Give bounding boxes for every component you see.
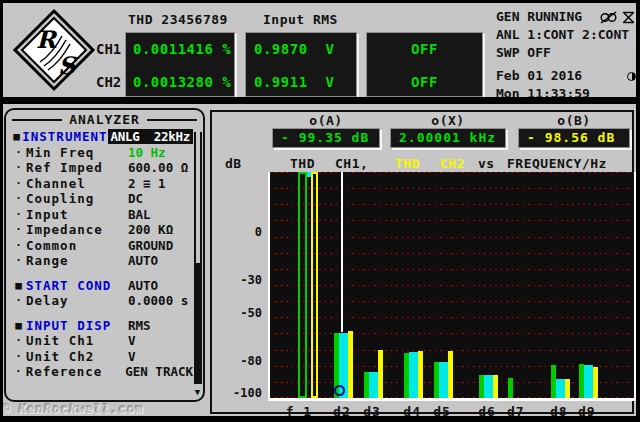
row-bullet: · — [11, 161, 26, 174]
analyzer-row-range[interactable]: ·RangeAUTO — [11, 253, 193, 269]
analyzer-row-delay[interactable]: ·Delay0.0000 s — [11, 293, 193, 309]
row-value[interactable]: 600.00 Ω — [128, 160, 188, 175]
row-value[interactable]: 0.0000 s — [128, 293, 188, 308]
analyzer-row-reference[interactable]: ·ReferenceGEN TRACK — [11, 364, 193, 380]
gridline — [270, 269, 634, 270]
bar-ch2 — [593, 367, 598, 399]
y-tick-label: -100 — [216, 386, 262, 400]
bar-ch2 — [493, 375, 498, 398]
row-label: Delay — [26, 293, 128, 308]
rohde-schwarz-logo: R S — [12, 8, 96, 92]
row-value[interactable]: AUTO — [128, 253, 158, 268]
rms-ch1-value: 0.9870 V — [254, 41, 334, 57]
aux-readout-box: OFF OFF — [366, 32, 483, 97]
row-bullet: · — [11, 365, 26, 378]
cursor-a-label: o(A) — [272, 113, 380, 128]
row-label: INSTRUMENT — [22, 129, 107, 144]
bar-ch2 — [448, 351, 453, 398]
row-label: Min Freq — [26, 145, 128, 160]
analyzer-status: ANL 1:CONT 2:CONT — [496, 26, 636, 44]
analyzer-row-common[interactable]: ·CommonGROUND — [11, 238, 193, 254]
instrument-screen: R S THD 23456789 Input RMS CH1 CH2 0.001… — [0, 0, 640, 422]
row-bullet: · — [11, 177, 26, 190]
panel-scrollbar[interactable] — [194, 132, 202, 384]
analyzer-row-coupling[interactable]: ·CouplingDC — [11, 191, 193, 207]
gridline — [270, 285, 634, 286]
row-value[interactable]: GEN TRACK — [125, 364, 193, 379]
row-value[interactable]: GROUND — [128, 238, 173, 253]
aux-ch2-value: OFF — [367, 74, 482, 90]
x-tick-label-d9: d9 — [565, 404, 609, 419]
row-label: Reference — [26, 364, 126, 379]
analyzer-row-input-disp[interactable]: ■INPUT DISPRMS — [11, 318, 193, 334]
status-date: Feb 01 2016 — [496, 67, 582, 85]
row-label: Common — [26, 238, 128, 253]
analyzer-rows: ■INSTRUMENTANLG 22kHz·Min Freq10 Hz·Ref … — [11, 129, 193, 380]
row-bullet: ■ — [11, 279, 26, 292]
cursor-line[interactable] — [341, 172, 343, 332]
row-value[interactable]: RMS — [128, 318, 151, 333]
row-label: Unit Ch1 — [26, 333, 128, 348]
row-value[interactable]: ANLG 22kHz — [108, 129, 193, 144]
y-tick-label: 0 — [216, 225, 262, 239]
title-ch2: CH2 — [440, 156, 465, 171]
analyzer-row-impedance[interactable]: ·Impedance200 KΩ — [11, 222, 193, 238]
bar-ch2 — [565, 379, 570, 398]
bar-aux — [369, 372, 378, 398]
bar-aux — [484, 375, 493, 398]
x-tick-label-d5: d5 — [420, 404, 464, 419]
row-bullet: · — [11, 254, 26, 267]
row-bullet: · — [11, 208, 26, 221]
analyzer-row-min-freq[interactable]: ·Min Freq10 Hz — [11, 145, 193, 161]
analyzer-settings-panel: ANALYZER ■INSTRUMENTANLG 22kHz·Min Freq1… — [4, 108, 205, 402]
analyzer-row-unit-ch2[interactable]: ·Unit Ch2V — [11, 349, 193, 365]
status-block: GEN RUNNING ANL 1:CONT 2:CONT SWP OFF Fe… — [496, 8, 636, 103]
bar-ch2 — [378, 350, 383, 398]
row-value[interactable]: DC — [128, 191, 143, 206]
cursor-b-label: o(B) — [518, 113, 630, 128]
row-label: Input — [26, 207, 128, 222]
y-tick-label: -80 — [216, 354, 262, 368]
bar-ch1 — [298, 172, 307, 398]
row-value[interactable]: 2 ≡ 1 — [128, 176, 166, 191]
y-axis-ticks: 0-30-50-80-100-120-140 — [216, 172, 264, 398]
gridline — [270, 172, 634, 173]
plot-area — [268, 172, 636, 401]
row-value[interactable]: V — [128, 333, 136, 348]
analyzer-row-instrument[interactable]: ■INSTRUMENTANLG 22kHz — [11, 129, 193, 145]
analyzer-row-start-cond[interactable]: ■START CONDAUTO — [11, 278, 193, 294]
cursor-a-readout: - 99.35 dB — [272, 128, 380, 148]
row-bullet: · — [11, 334, 26, 347]
analyzer-row-channel[interactable]: ·Channel2 ≡ 1 — [11, 176, 193, 192]
row-value[interactable]: BAL — [128, 207, 151, 222]
ch2-label: CH2 — [96, 74, 121, 90]
row-value[interactable]: AUTO — [128, 278, 158, 293]
cursor-x-readout: 2.00001 kHz — [390, 128, 506, 148]
input-rms-title: Input RMS — [263, 12, 338, 27]
row-label: Range — [26, 253, 128, 268]
row-label: Ref Imped — [26, 160, 128, 175]
gridline — [270, 204, 634, 205]
gridline — [270, 253, 634, 254]
x-axis-ticks: f 1d2d3d4d5d6d7d8d9 — [268, 404, 636, 420]
y-tick-label: -30 — [216, 273, 262, 287]
row-value[interactable]: 10 Hz — [128, 145, 166, 160]
x-tick-label-f1: f 1 — [277, 404, 321, 419]
analyzer-row-input[interactable]: ·InputBAL — [11, 207, 193, 223]
scrollbar-thumb[interactable] — [196, 263, 200, 384]
cursor-x-label: o(X) — [390, 113, 506, 128]
bar-ch2 — [348, 331, 353, 398]
row-value[interactable]: 200 KΩ — [128, 222, 173, 237]
monitor-disabled-icon — [621, 11, 636, 24]
analyzer-row-unit-ch1[interactable]: ·Unit Ch1V — [11, 333, 193, 349]
bar-ch2 — [418, 351, 423, 398]
analyzer-row-ref-imped[interactable]: ·Ref Imped600.00 Ω — [11, 160, 193, 176]
title-x-axis: FREQUENCY/Hz — [507, 156, 607, 171]
row-label: Coupling — [26, 191, 128, 206]
x-tick-label-d7: d7 — [494, 404, 538, 419]
row-value[interactable]: V — [128, 349, 136, 364]
bar-aux — [556, 379, 565, 398]
row-spacer — [11, 309, 193, 318]
bar-aux — [409, 352, 418, 398]
scroll-down-arrow-icon[interactable]: ▼ — [192, 386, 203, 398]
